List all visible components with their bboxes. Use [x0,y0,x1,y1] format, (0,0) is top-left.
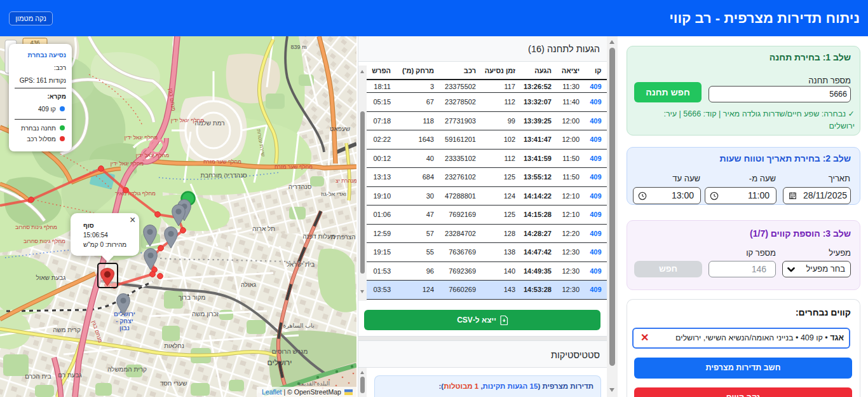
svg-text:Leaflet | © OpenStreetMap: Leaflet | © OpenStreetMap [262,388,341,396]
svg-text:נבון: נבון [119,324,130,331]
svg-text:מחלף גינות סחרוב: מחלף גינות סחרוב [24,238,65,244]
svg-text:הצרפתית: הצרפתית [330,233,355,240]
svg-text:שערי חסד: שערי חסד [160,380,187,387]
svg-text:סנהדריה: סנהדריה [288,183,312,190]
svg-text:גבעת שאול: גבעת שאול [36,274,66,281]
svg-text:- יצחק: - יצחק [116,317,133,324]
svg-text:ואדי אל-גוז: ואדי אל-גוז [321,191,346,197]
svg-text:קרית משה: קרית משה [53,326,81,333]
svg-text:גבעת רם: גבעת רם [58,372,81,379]
svg-text:מקור ברוך: מקור ברוך [179,294,206,301]
svg-text:מחלף יגאל ידין: מחלף יגאל ידין [111,160,144,167]
svg-text:ירושלים: ירושלים [268,358,292,367]
svg-text:בית ישראל: בית ישראל [287,261,315,268]
svg-text:נחלאות: נחלאות [164,342,184,349]
svg-text:גאולה: גאולה [241,281,257,288]
svg-text:البلدة القديمة: البلدة القديمة [298,380,330,387]
svg-text:תל ארזה: תל ארזה [252,225,275,232]
svg-text:מחלף יגאל ידין: מחלף יגאל ידין [171,117,205,123]
svg-text:מגרש הרוסים: מגרש הרוסים [272,348,308,355]
svg-text:קרית הממשלה: קרית הממשלה [107,366,147,373]
svg-text:מחלף שער מזרח: מחלף שער מזרח [203,158,241,165]
svg-text:מחלף גינות סחרוב: מחלף גינות סחרוב [15,224,57,230]
svg-text:מחלף יגאל ידין: מחלף יגאל ידין [125,134,158,141]
svg-text:מחלף יגאל ידין: מחלף יגאל ידין [136,152,170,158]
svg-text:שעפאט: שעפאט [330,125,350,132]
svg-text:בית הכרם: בית הכרם [25,373,51,380]
svg-text:839 m: 839 m [290,44,306,50]
svg-text:מחלף גולדה מאיר: מחלף גולדה מאיר [115,190,156,197]
svg-text:מנהרת יצ: מנהרת יצ [336,178,356,184]
svg-text:זכרון משה: זכרון משה [192,310,219,317]
svg-text:מחלף שער מזרח: מחלף שער מזרח [275,164,313,170]
svg-text:סנהדריה מורחבת: סנהדריה מורחבת [200,172,247,179]
svg-text:باب الساهرة: باب الساهرة [283,322,314,329]
